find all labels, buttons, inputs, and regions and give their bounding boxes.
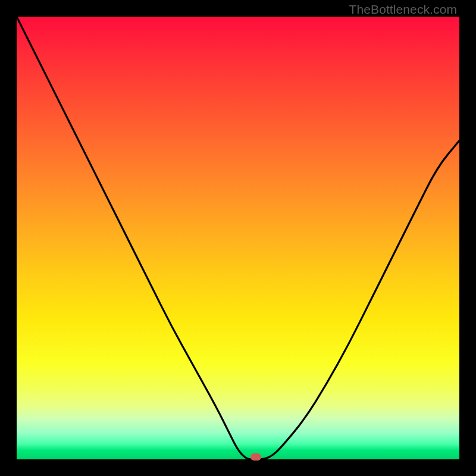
watermark-text: TheBottleneck.com (349, 2, 457, 17)
bottleneck-curve (17, 17, 459, 459)
chart-frame: TheBottleneck.com (0, 0, 476, 476)
optimal-point-marker (250, 453, 261, 461)
plot-area (17, 17, 459, 459)
